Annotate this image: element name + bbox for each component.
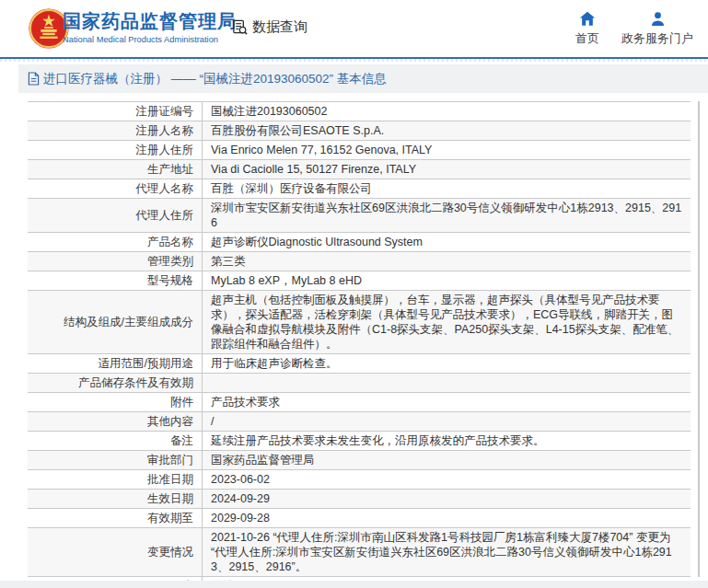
row-label: 产品储存条件及有效期 [28,374,203,392]
row-label: 注册证编号 [28,102,203,121]
nav-data-query[interactable]: 数据查询 [231,18,308,36]
row-label: 变更情况 [28,528,203,576]
row-value: 超声主机（包括控制面板及触摸屏），台车，显示器，超声探头（具体型号见产品技术要求… [203,291,691,353]
row-value: 深圳市宝安区新安街道兴东社区69区洪浪北二路30号信义领御研发中心1栋2913、… [203,199,691,232]
row-value: 产品技术要求 [203,393,691,411]
breadcrumb-band: 进口医疗器械（注册） —— “国械注进20193060502” 基本信息 [18,64,708,93]
table-row: 注册人住所Via Enrico Melen 77, 16152 Genova, … [28,140,691,159]
table-row: 附件产品技术要求 [28,392,691,411]
row-label-text: 注册人住所 [136,143,194,157]
row-value: 国家药品监督管理局 [203,451,691,469]
row-label: 代理人住所 [28,199,203,232]
row-value: 用于临床超声诊断检查。 [203,354,691,373]
table-row: 其他内容/ [28,411,691,431]
row-label: 其他内容 [28,412,203,431]
row-value: Via Enrico Melen 77, 16152 Genova, ITALY [203,141,691,159]
nav-data-query-label: 数据查询 [252,18,308,36]
row-label: 结构及组成/主要组成成分 [28,291,203,353]
table-row: 代理人住所深圳市宝安区新安街道兴东社区69区洪浪北二路30号信义领御研发中心1栋… [28,198,691,232]
nav-home[interactable]: 首页 [569,11,606,47]
row-label: 批准日期 [28,470,203,489]
breadcrumb: 进口医疗器械（注册） —— “国械注进20193060502” 基本信息 [28,71,387,87]
home-icon [579,11,596,27]
row-label: 审批部门 [28,451,203,469]
row-label-text: 产品名称 [147,235,193,249]
row-label-text: 批准日期 [147,472,193,487]
row-label-text: 生效日期 [147,491,193,506]
row-value: 2024-09-29 [203,490,691,508]
site-subtitle: National Medical Products Administration [63,34,237,46]
row-label: 备注 [28,432,203,450]
nav-home-label: 首页 [575,30,599,47]
row-label: 生产地址 [28,160,203,179]
document-icon [28,72,40,86]
row-label: 适用范围/预期用途 [28,354,203,373]
row-value: Via di Caciolle 15, 50127 Firenze, ITALY [203,160,691,179]
row-label: 生效日期 [28,490,203,508]
table-row: 产品储存条件及有效期 [28,373,691,392]
site-header: 国家药品监督管理局 National Medical Products Admi… [0,0,708,57]
user-icon [650,11,666,27]
table-row: 代理人名称百胜（深圳）医疗设备有限公司 [28,179,691,198]
row-label-text: 其他内容 [147,414,193,429]
row-label-text: 审批部门 [147,453,193,467]
row-value: 2029-09-28 [203,509,691,527]
row-label-text: 生产地址 [147,162,193,177]
row-label: 代理人名称 [28,179,203,198]
row-value [203,374,691,392]
row-label-text: 备注 [170,433,193,448]
header-divider-texture [0,59,708,62]
row-label-text: 注册人名称 [136,123,194,138]
row-label-text: 管理类别 [147,254,193,269]
table-row: 审批部门国家药品监督管理局 [28,450,691,469]
info-table: 注册证编号国械注进20193060502注册人名称百胜股份有限公司ESAOTE … [28,101,691,588]
row-label-text: 代理人名称 [136,181,194,196]
table-row: 变更情况2021-10-26 “代理人住所:深圳市南山区科发路1号科技园厂房1栋… [28,527,691,576]
table-row: 生效日期2024-09-29 [28,489,691,508]
row-value: / [203,412,691,431]
data-query-icon [231,18,249,36]
row-label-text: 变更情况 [147,545,193,559]
row-value: 超声诊断仪Diagnostic Ultrasound System [203,233,691,251]
row-value: 2023-06-02 [203,470,691,489]
row-label: 注册人名称 [28,121,203,140]
row-value: 百胜（深圳）医疗设备有限公司 [203,179,691,198]
row-value: 延续注册产品技术要求未发生变化，沿用原核发的产品技术要求。 [203,432,691,450]
scrollbar-track[interactable] [698,101,700,577]
row-label-text: 型号规格 [147,273,193,288]
table-row: 型号规格MyLab 8 eXP，MyLab 8 eHD [28,271,691,290]
site-title-block: 国家药品监督管理局 National Medical Products Admi… [63,10,237,46]
table-row: 产品名称超声诊断仪Diagnostic Ultrasound System [28,232,691,251]
row-value: 国械注进20193060502 [203,102,691,121]
nav-portal[interactable]: 政务服务门户 [615,11,700,47]
table-row: 批准日期2023-06-02 [28,469,691,489]
table-row: 注册人名称百胜股份有限公司ESAOTE S.p.A. [28,121,691,140]
row-label: 产品名称 [28,233,203,251]
table-row: 生产地址Via di Caciolle 15, 50127 Firenze, I… [28,159,691,179]
page-bottom-band [0,581,708,588]
row-label-text: 有效期至 [147,511,193,525]
table-row: 有效期至2029-09-28 [28,508,691,527]
row-value: 第三类 [203,252,691,271]
row-value: 2021-10-26 “代理人住所:深圳市南山区科发路1号科技园厂房1栋富利臻大… [203,528,691,576]
row-label: 附件 [28,393,203,411]
row-label: 有效期至 [28,509,203,527]
row-label-text: 适用范围/预期用途 [99,356,193,371]
row-label-text: 产品储存条件及有效期 [78,375,193,390]
table-row: 管理类别第三类 [28,251,691,271]
row-label-text: 注册证编号 [136,104,194,119]
row-label-text: 附件 [170,395,193,409]
breadcrumb-text: 进口医疗器械（注册） —— “国械注进20193060502” 基本信息 [43,71,387,87]
table-row: 注册证编号国械注进20193060502 [28,101,691,121]
table-row: 结构及组成/主要组成成分超声主机（包括控制面板及触摸屏），台车，显示器，超声探头… [28,290,691,353]
row-value: 百胜股份有限公司ESAOTE S.p.A. [203,121,691,140]
row-label: 管理类别 [28,252,203,271]
row-label: 注册人住所 [28,141,203,159]
nav-portal-label: 政务服务门户 [621,30,693,47]
row-value: MyLab 8 eXP，MyLab 8 eHD [203,271,691,290]
table-row: 适用范围/预期用途用于临床超声诊断检查。 [28,353,691,373]
row-label-text: 结构及组成/主要组成成分 [64,315,193,329]
row-label-text: 代理人住所 [136,208,194,223]
site-title: 国家药品监督管理局 [63,10,237,32]
row-label: 型号规格 [28,271,203,290]
